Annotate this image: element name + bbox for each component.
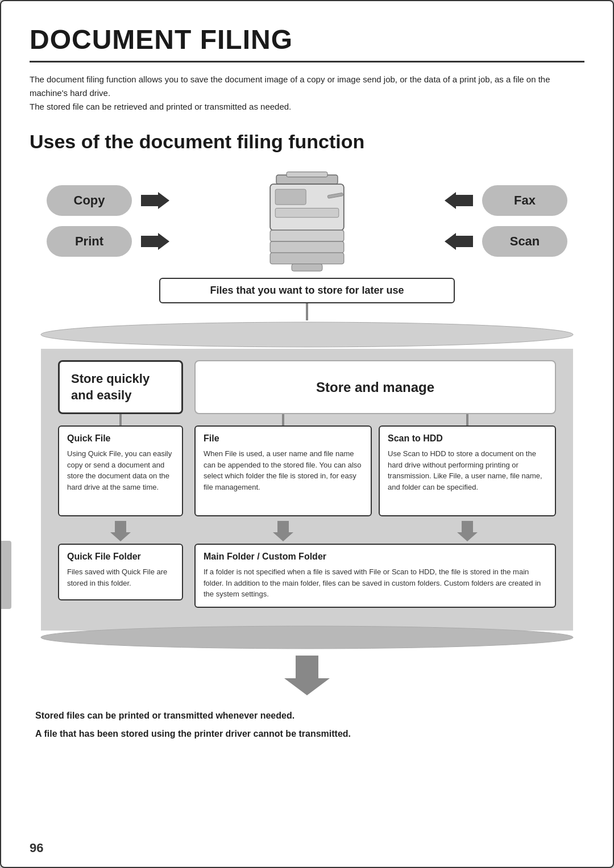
main-folder-title: Main Folder / Custom Folder <box>204 552 547 562</box>
svg-marker-15 <box>110 521 131 541</box>
big-down-arrow <box>30 656 584 695</box>
svg-marker-1 <box>141 233 169 250</box>
svg-marker-0 <box>141 192 169 209</box>
bottom-statements: Stored files can be printed or transmitt… <box>30 709 584 741</box>
svg-rect-5 <box>275 189 306 205</box>
intro-line2: The stored file can be retrieved and pri… <box>30 100 584 114</box>
page-number: 96 <box>30 841 43 856</box>
main-folder-text: If a folder is not specified when a file… <box>204 566 547 600</box>
copy-arrow <box>141 192 169 209</box>
quick-file-text: Using Quick File, you can easily copy or… <box>67 448 174 493</box>
disk-top <box>30 320 584 349</box>
quick-file-folder-col: Quick File Folder Files saved with Quick… <box>58 544 183 608</box>
quick-file-folder-box: Quick File Folder Files saved with Quick… <box>58 544 183 600</box>
page: DOCUMENT FILING The document filing func… <box>0 0 614 868</box>
fax-ellipse: Fax <box>482 185 567 216</box>
svg-rect-8 <box>270 241 344 253</box>
svg-rect-3 <box>287 172 327 177</box>
fax-arrow <box>445 192 473 209</box>
folder-row: Quick File Folder Files saved with Quick… <box>58 544 556 608</box>
svg-marker-12 <box>445 192 473 209</box>
scan-hdd-box: Scan to HDD Use Scan to HDD to store a d… <box>379 425 556 516</box>
right-down-arrows <box>194 521 556 541</box>
file-down-arrow <box>194 521 372 541</box>
quick-file-box: Quick File Using Quick File, you can eas… <box>58 425 183 516</box>
store-row: Store quickly and easily Store and manag… <box>58 360 556 414</box>
page-title: DOCUMENT FILING <box>30 24 584 62</box>
scan-ellipse: Scan <box>482 226 567 257</box>
svg-rect-6 <box>275 208 339 218</box>
printer-svg <box>256 170 358 272</box>
svg-rect-9 <box>270 253 344 264</box>
main-folder-col: Main Folder / Custom Folder If a folder … <box>194 544 556 608</box>
right-info-cols: File When File is used, a user name and … <box>194 414 556 516</box>
scan-hdd-down-arrow <box>379 521 556 541</box>
main-folder-box: Main Folder / Custom Folder If a folder … <box>194 544 556 608</box>
diagram-area: Copy Print <box>30 170 584 741</box>
store-quickly-box: Store quickly and easily <box>58 360 183 414</box>
svg-point-18 <box>41 626 573 649</box>
file-col: File When File is used, a user name and … <box>194 414 372 516</box>
print-row: Print <box>47 226 169 257</box>
side-tab <box>1 541 11 609</box>
scan-hdd-title: Scan to HDD <box>388 433 547 444</box>
file-title: File <box>204 433 363 444</box>
copy-ellipse: Copy <box>47 185 132 216</box>
quick-file-folder-text: Files saved with Quick File are stored i… <box>67 566 174 589</box>
store-manage-box: Store and manage <box>194 360 556 414</box>
svg-rect-7 <box>270 230 344 241</box>
scan-hdd-text: Use Scan to HDD to store a document on t… <box>388 448 547 493</box>
scan-arrow <box>445 233 473 250</box>
bottom-line1: Stored files can be printed or transmitt… <box>35 709 579 723</box>
down-arrows-row <box>58 521 556 541</box>
vert-line-from-files <box>306 303 308 320</box>
lines-below-store: Quick File Using Quick File, you can eas… <box>58 414 556 516</box>
file-text: When File is used, a user name and file … <box>204 448 363 493</box>
qf-vert-line <box>119 414 122 425</box>
store-manage-label: Store and manage <box>316 379 434 395</box>
files-banner: Files that you want to store for later u… <box>159 278 455 303</box>
left-down-arrow <box>58 521 183 541</box>
scan-hdd-col: Scan to HDD Use Scan to HDD to store a d… <box>379 414 556 516</box>
print-arrow <box>141 233 169 250</box>
store-quickly-label: Store quickly and easily <box>71 372 150 402</box>
intro-line1: The document filing function allows you … <box>30 73 584 100</box>
file-box: File When File is used, a user name and … <box>194 425 372 516</box>
fax-row: Fax <box>445 185 567 216</box>
intro-block: The document filing function allows you … <box>30 73 584 114</box>
scan-hdd-vert-line <box>466 414 468 425</box>
quick-file-col: Quick File Using Quick File, you can eas… <box>58 414 183 516</box>
svg-marker-19 <box>284 656 330 695</box>
quick-file-title: Quick File <box>67 433 174 444</box>
bottom-line2: A file that has been stored using the pr… <box>35 727 579 741</box>
quick-file-folder-title: Quick File Folder <box>67 552 174 562</box>
left-inputs: Copy Print <box>47 185 169 257</box>
file-vert-line <box>282 414 284 425</box>
top-row: Copy Print <box>30 170 584 272</box>
disk-body: Store quickly and easily Store and manag… <box>41 349 573 631</box>
printer-illustration <box>256 170 358 272</box>
svg-marker-13 <box>445 233 473 250</box>
disk-bottom <box>30 625 584 650</box>
right-inputs: Fax Scan <box>445 185 567 257</box>
print-ellipse: Print <box>47 226 132 257</box>
section-title: Uses of the document filing function <box>30 131 584 153</box>
copy-row: Copy <box>47 185 169 216</box>
svg-rect-10 <box>292 264 322 272</box>
svg-point-14 <box>41 322 573 347</box>
svg-marker-17 <box>457 521 478 541</box>
svg-marker-16 <box>273 521 293 541</box>
scan-row: Scan <box>445 226 567 257</box>
